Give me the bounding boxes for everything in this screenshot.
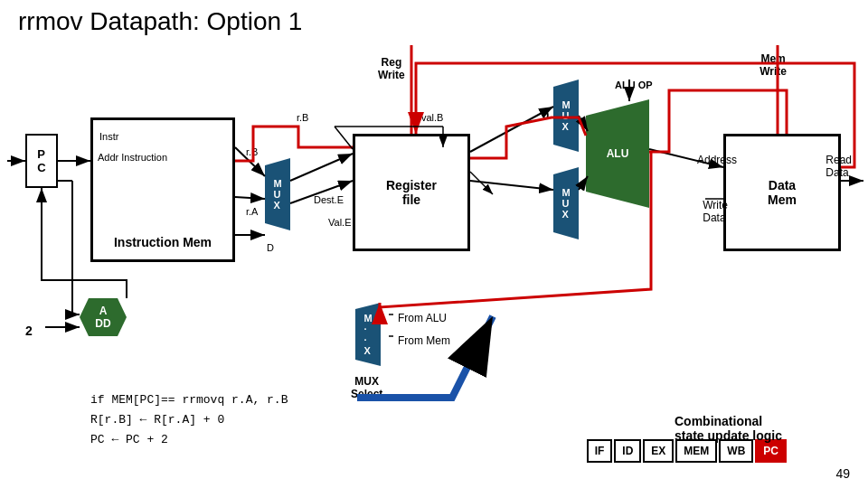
zero-label: 0 bbox=[542, 108, 549, 122]
instr-addrlabel: Addr Instruction bbox=[98, 152, 167, 163]
svg-line-11 bbox=[470, 181, 553, 190]
valb-top-label: val.B bbox=[421, 112, 443, 123]
read-data-label: ReadData bbox=[826, 154, 852, 179]
svg-line-27 bbox=[470, 172, 493, 194]
from-mem-label: From Mem bbox=[398, 334, 450, 347]
instr-mem-label: Instruction Mem bbox=[114, 234, 212, 250]
reg-file-label: Registerfile bbox=[386, 178, 437, 207]
comb-line2: state update logic bbox=[675, 428, 782, 443]
write-data-label: WriteData bbox=[703, 199, 728, 224]
ra-mux-label: r.A bbox=[246, 206, 258, 217]
d-label: D bbox=[267, 242, 274, 253]
mux-alu-label: MUX bbox=[561, 99, 570, 132]
add-a-label: A bbox=[99, 305, 108, 317]
mux-alu-box: MUX bbox=[553, 80, 579, 152]
svg-line-10 bbox=[470, 107, 553, 152]
stage-id: ID bbox=[614, 439, 641, 463]
mux-select-label-text: M··X bbox=[363, 313, 372, 356]
add-dd-label: DD bbox=[95, 317, 110, 330]
svg-line-24 bbox=[335, 127, 353, 149]
code-line3: PC ← PC + 2 bbox=[90, 430, 288, 450]
alu-label: ALU bbox=[607, 147, 629, 160]
mux-select-bottom-label: MUXSelect bbox=[351, 375, 382, 400]
two-label: 2 bbox=[25, 324, 33, 338]
mux-mem-label: MUX bbox=[561, 187, 570, 220]
svg-line-8 bbox=[290, 154, 353, 181]
code-line1: if MEM[PC]== rrmovq r.A, r.B bbox=[90, 390, 288, 410]
mux1-box: MUX bbox=[265, 158, 290, 230]
mux-mem-box: MUX bbox=[553, 167, 579, 239]
pc-box: PC bbox=[25, 134, 58, 188]
rb-mux-label: r.B bbox=[246, 146, 258, 157]
dest-e-label: Dest.E bbox=[314, 194, 344, 205]
comb-line1: Combinational bbox=[675, 414, 782, 428]
rb-top-label: r.B bbox=[297, 112, 308, 123]
from-alu-label: From ALU bbox=[398, 312, 447, 324]
page-title: rrmov Datapath: Option 1 bbox=[18, 7, 302, 36]
reg-file-box: Registerfile bbox=[353, 134, 470, 251]
alu-box: ALU bbox=[586, 99, 649, 208]
alu-op-label: ALU OP bbox=[615, 80, 653, 90]
page-number: 49 bbox=[835, 466, 850, 481]
mem-write-label: MemWrite bbox=[760, 52, 787, 78]
reg-write-label: RegWrite bbox=[378, 56, 405, 81]
svg-line-6 bbox=[235, 197, 265, 199]
code-line2: R[r.B] ← R[r.A] + 0 bbox=[90, 410, 288, 430]
address-label: Address bbox=[697, 154, 737, 166]
pc-label: PC bbox=[37, 147, 45, 174]
add-box: A DD bbox=[80, 298, 127, 336]
code-block: if MEM[PC]== rrmovq r.A, r.B R[r.B] ← R[… bbox=[90, 390, 288, 450]
mux1-label: MUX bbox=[273, 178, 281, 211]
instr-sublabel: Instr bbox=[99, 131, 118, 142]
stage-if: IF bbox=[587, 439, 613, 463]
stage-ex: EX bbox=[643, 439, 674, 463]
comb-text: Combinational state update logic bbox=[675, 414, 782, 443]
data-mem-label: DataMem bbox=[768, 178, 797, 207]
mux-select-box: M··X bbox=[355, 303, 381, 366]
data-mem-box: DataMem bbox=[723, 134, 841, 251]
val-e-label: Val.E bbox=[328, 217, 351, 228]
